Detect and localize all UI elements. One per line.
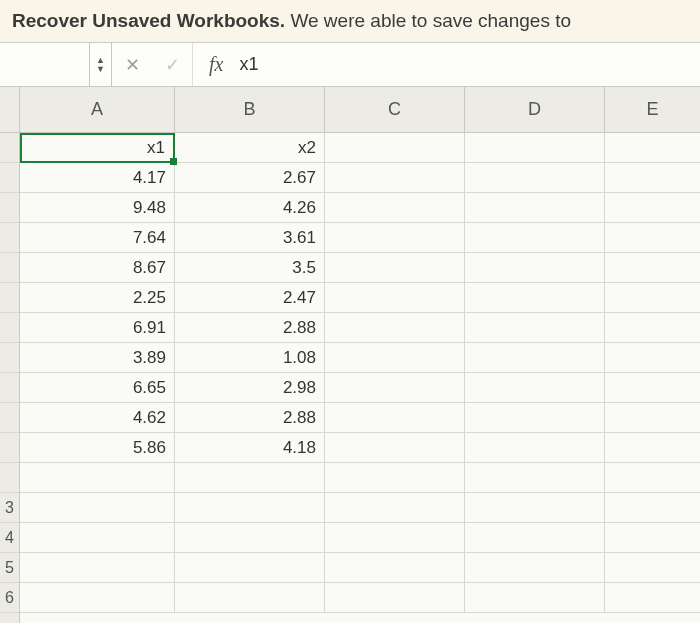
cell[interactable] [465, 343, 605, 373]
cell[interactable] [325, 553, 465, 583]
cell[interactable] [325, 133, 465, 163]
cell[interactable] [605, 583, 700, 613]
cell[interactable] [605, 253, 700, 283]
cell[interactable] [325, 373, 465, 403]
cell[interactable] [175, 583, 325, 613]
cell[interactable] [605, 193, 700, 223]
cell[interactable] [325, 523, 465, 553]
cell[interactable]: 6.65 [20, 373, 175, 403]
cell[interactable] [605, 493, 700, 523]
cell[interactable] [605, 343, 700, 373]
cell[interactable] [20, 493, 175, 523]
cell[interactable] [465, 193, 605, 223]
cell[interactable] [20, 583, 175, 613]
cell[interactable] [325, 163, 465, 193]
row-header[interactable]: 3 [0, 493, 19, 523]
select-all-corner[interactable] [0, 87, 19, 133]
row-header[interactable] [0, 463, 19, 493]
cell[interactable] [465, 133, 605, 163]
cell[interactable] [465, 523, 605, 553]
row-header[interactable] [0, 133, 19, 163]
cell[interactable]: 4.18 [175, 433, 325, 463]
fx-label[interactable]: fx [192, 43, 235, 86]
cell[interactable] [465, 583, 605, 613]
cell[interactable] [605, 463, 700, 493]
formula-input[interactable]: x1 [235, 54, 258, 75]
cancel-button[interactable]: ✕ [112, 43, 152, 86]
name-box[interactable] [0, 43, 90, 86]
row-header[interactable] [0, 343, 19, 373]
row-header[interactable]: 5 [0, 553, 19, 583]
cell[interactable] [325, 343, 465, 373]
cell[interactable] [465, 493, 605, 523]
cell[interactable] [465, 553, 605, 583]
cell[interactable] [605, 523, 700, 553]
cell[interactable] [465, 433, 605, 463]
cell[interactable]: 4.26 [175, 193, 325, 223]
cell[interactable] [20, 463, 175, 493]
row-header[interactable] [0, 433, 19, 463]
cell[interactable] [605, 133, 700, 163]
col-header-b[interactable]: B [175, 87, 325, 132]
col-header-d[interactable]: D [465, 87, 605, 132]
cell[interactable] [325, 253, 465, 283]
cell[interactable] [325, 403, 465, 433]
col-header-c[interactable]: C [325, 87, 465, 132]
cell[interactable] [605, 373, 700, 403]
cell[interactable] [175, 523, 325, 553]
cell[interactable]: 4.17 [20, 163, 175, 193]
row-header[interactable] [0, 403, 19, 433]
row-header[interactable] [0, 283, 19, 313]
cell[interactable]: 2.98 [175, 373, 325, 403]
cell[interactable] [605, 403, 700, 433]
cell[interactable]: 1.08 [175, 343, 325, 373]
cell[interactable] [465, 373, 605, 403]
cell[interactable] [325, 313, 465, 343]
row-header[interactable] [0, 223, 19, 253]
cell[interactable] [605, 283, 700, 313]
row-header[interactable] [0, 313, 19, 343]
row-header[interactable] [0, 253, 19, 283]
cell[interactable] [465, 313, 605, 343]
cell[interactable] [325, 463, 465, 493]
namebox-stepper[interactable]: ▲ ▼ [90, 43, 112, 86]
cell[interactable] [325, 223, 465, 253]
cell[interactable] [175, 493, 325, 523]
row-header[interactable]: 6 [0, 583, 19, 613]
cell[interactable]: 2.47 [175, 283, 325, 313]
cell[interactable]: 4.62 [20, 403, 175, 433]
row-header[interactable] [0, 373, 19, 403]
cell[interactable] [20, 553, 175, 583]
cell[interactable] [175, 553, 325, 583]
cell[interactable] [605, 553, 700, 583]
cell[interactable] [465, 223, 605, 253]
accept-button[interactable]: ✓ [152, 43, 192, 86]
cell[interactable] [325, 433, 465, 463]
row-header[interactable]: 4 [0, 523, 19, 553]
col-header-a[interactable]: A [20, 87, 175, 132]
cell[interactable] [325, 283, 465, 313]
cell[interactable]: 8.67 [20, 253, 175, 283]
cell[interactable]: 9.48 [20, 193, 175, 223]
cell[interactable] [325, 193, 465, 223]
cell[interactable] [465, 163, 605, 193]
cell[interactable] [325, 583, 465, 613]
cell[interactable] [605, 433, 700, 463]
cell[interactable]: 2.67 [175, 163, 325, 193]
cell[interactable]: 3.5 [175, 253, 325, 283]
cell[interactable] [175, 463, 325, 493]
cell[interactable]: 7.64 [20, 223, 175, 253]
cell[interactable] [465, 253, 605, 283]
cell[interactable] [465, 283, 605, 313]
cell[interactable] [20, 523, 175, 553]
cell[interactable]: 2.88 [175, 313, 325, 343]
cell[interactable] [605, 223, 700, 253]
cell[interactable] [605, 313, 700, 343]
cell[interactable]: 3.89 [20, 343, 175, 373]
cell[interactable] [465, 463, 605, 493]
active-cell[interactable]: x1 [20, 133, 175, 163]
cell[interactable]: 2.25 [20, 283, 175, 313]
cell[interactable] [605, 163, 700, 193]
cell[interactable]: 3.61 [175, 223, 325, 253]
cell[interactable]: 5.86 [20, 433, 175, 463]
